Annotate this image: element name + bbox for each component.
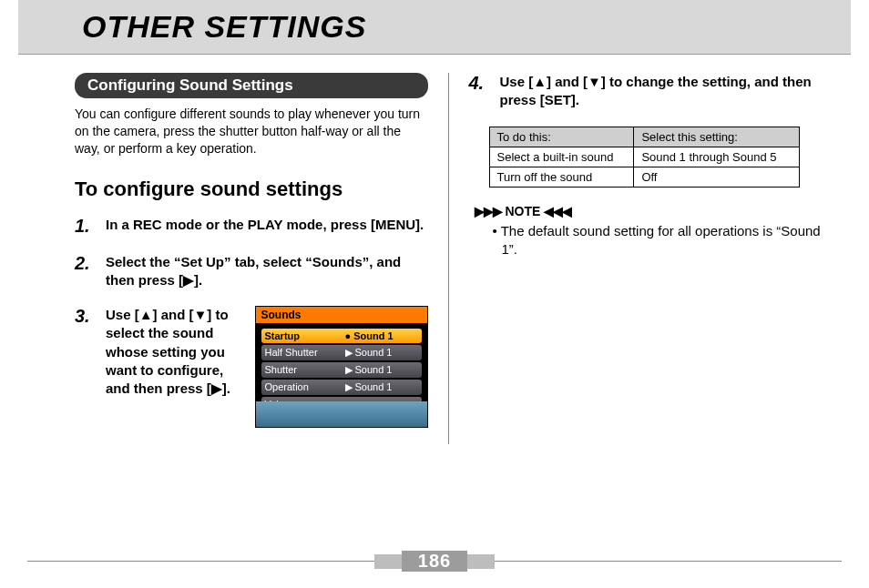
note-heading: ▶▶▶ NOTE ◀◀◀	[475, 204, 823, 218]
page-title: OTHER SETTINGS	[82, 9, 851, 45]
menu-row: Shutter▶Sound 1	[261, 362, 422, 378]
table-cell: Select a built-in sound	[489, 147, 634, 167]
menu-row: Half Shutter▶Sound 1	[261, 345, 422, 360]
step-3: 3. Use [▲] and [▼] to select the sound w…	[75, 306, 428, 428]
note-decor-left-icon: ▶▶▶	[475, 204, 502, 218]
footer-rule	[27, 561, 374, 562]
footer-block	[467, 554, 495, 569]
step-number: 3.	[75, 306, 98, 428]
step-1: 1. In a REC mode or the PLAY mode, press…	[75, 216, 428, 237]
step-text: In a REC mode or the PLAY mode, press [M…	[106, 216, 428, 237]
page-body: Configuring Sound Settings You can confi…	[0, 55, 869, 444]
footer-block	[374, 554, 402, 569]
step-text: Use [▲] and [▼] to select the sound whos…	[106, 306, 246, 398]
note-body: • The default sound setting for all oper…	[469, 222, 823, 259]
table-header: To do this:	[489, 127, 634, 147]
page-number: 186	[402, 551, 467, 572]
camera-menu-screenshot: Sounds Startup●Sound 1Half Shutter▶Sound…	[255, 306, 428, 428]
step-number: 1.	[75, 216, 98, 237]
menu-title: Sounds	[256, 307, 427, 323]
options-table: To do this: Select this setting: Select …	[489, 127, 800, 188]
note-decor-right-icon: ◀◀◀	[544, 204, 571, 218]
menu-row: Startup●Sound 1	[261, 329, 422, 343]
step-text: Use [▲] and [▼] to change the setting, a…	[500, 73, 823, 110]
table-header: Select this setting:	[634, 127, 799, 147]
page-header: OTHER SETTINGS	[18, 0, 851, 55]
table-cell: Off	[634, 167, 799, 187]
menu-row: Operation▶Sound 1	[261, 380, 422, 395]
left-column: Configuring Sound Settings You can confi…	[55, 73, 449, 444]
note-label: NOTE	[505, 204, 540, 218]
step-text: Select the “Set Up” tab, select “Sounds”…	[106, 253, 428, 290]
right-column: 4. Use [▲] and [▼] to change the setting…	[449, 73, 843, 444]
step-number: 4.	[469, 73, 493, 110]
section-heading: Configuring Sound Settings	[75, 73, 428, 98]
step-4: 4. Use [▲] and [▼] to change the setting…	[469, 73, 823, 110]
procedure-heading: To configure sound settings	[75, 177, 428, 201]
step-number: 2.	[75, 253, 98, 290]
table-cell: Turn off the sound	[489, 167, 634, 187]
page-footer: 186	[27, 551, 842, 572]
step-2: 2. Select the “Set Up” tab, select “Soun…	[75, 253, 428, 290]
footer-rule	[495, 561, 842, 562]
background-image	[256, 401, 427, 427]
table-cell: Sound 1 through Sound 5	[634, 147, 799, 167]
intro-text: You can configure different sounds to pl…	[75, 106, 428, 157]
